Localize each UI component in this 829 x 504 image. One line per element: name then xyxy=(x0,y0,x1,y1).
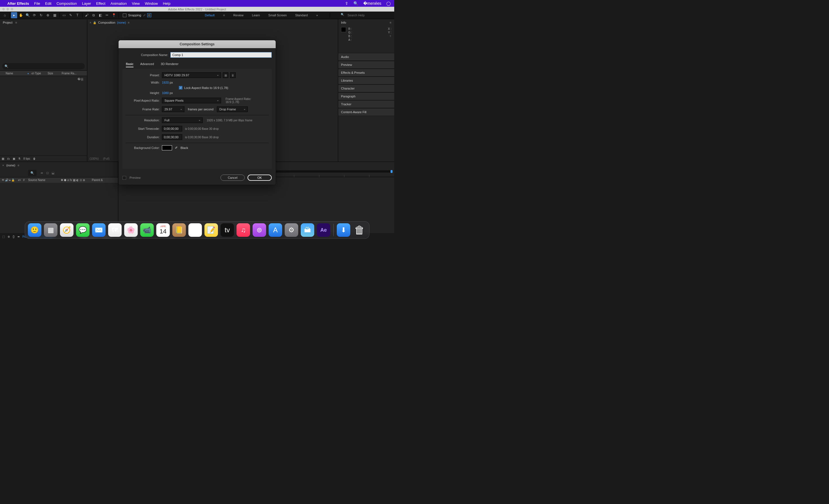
menu-edit[interactable]: Edit xyxy=(45,1,51,6)
paragraph-panel-header[interactable]: Paragraph xyxy=(338,92,394,100)
interpret-footage-icon[interactable]: ▦ xyxy=(2,157,4,160)
camera-tool[interactable]: ▦ xyxy=(51,12,58,18)
resolution-select[interactable]: Full xyxy=(162,117,203,123)
tab-basic[interactable]: Basic xyxy=(126,62,134,67)
close-tab-icon[interactable]: × xyxy=(89,21,91,24)
dock-tv[interactable]: tv xyxy=(220,223,234,237)
hand-tool[interactable]: ✋ xyxy=(18,12,24,18)
dock-notes[interactable]: 📝 xyxy=(205,223,218,237)
tl-opt2-icon[interactable]: ⊡ xyxy=(44,171,50,175)
dock-podcasts[interactable]: ⊚ xyxy=(253,223,266,237)
workspace-smallscreen[interactable]: Small Screen xyxy=(268,13,287,17)
dock-wallpaper[interactable]: 🏔 xyxy=(301,223,314,237)
selection-tool[interactable]: ▸ xyxy=(11,12,17,18)
viewer-menu-icon[interactable]: ≡ xyxy=(128,21,129,24)
app-name[interactable]: After Effects xyxy=(7,1,29,6)
col-label-icon[interactable]: 🏷 xyxy=(31,72,35,75)
eyedropper-icon[interactable]: ✐ xyxy=(175,146,178,150)
width-value[interactable]: 1920 xyxy=(162,81,169,84)
comp-name-input[interactable] xyxy=(170,52,272,58)
sort-arrow-icon[interactable]: ▲ xyxy=(27,72,29,75)
project-panel-title[interactable]: Project xyxy=(3,21,12,24)
preset-select[interactable]: HDTV 1080 29.97 xyxy=(162,72,221,78)
brush-tool[interactable]: 🖌 xyxy=(84,12,90,18)
tlf-icon4[interactable]: ⬌ xyxy=(17,235,20,238)
col-parent[interactable]: Parent & xyxy=(91,179,118,182)
dock-safari[interactable]: 🧭 xyxy=(60,223,73,237)
tab-3d-renderer[interactable]: 3D Renderer xyxy=(161,62,179,67)
fps-select[interactable]: 29.97 xyxy=(162,106,184,112)
roto-tool[interactable]: ✂ xyxy=(104,12,110,18)
content-aware-fill-panel-header[interactable]: Content-Aware Fill xyxy=(338,108,394,116)
label-column-icon[interactable]: 🏷 xyxy=(17,179,22,182)
tlf-icon3[interactable]: {} xyxy=(13,235,15,238)
viewer-comp-name[interactable]: (none) xyxy=(117,21,126,24)
rectangle-tool[interactable]: ▭ xyxy=(61,12,67,18)
dock-facetime[interactable]: 📹 xyxy=(140,223,154,237)
project-settings-icon[interactable]: ⚗ xyxy=(18,157,21,160)
tl-opt1-icon[interactable]: ⬌ xyxy=(39,171,44,175)
timeline-tab-name[interactable]: (none) xyxy=(6,164,15,167)
flowchart-icon[interactable]: �품 xyxy=(77,77,84,81)
clone-tool[interactable]: ⧉ xyxy=(91,12,97,18)
effects-presets-panel-header[interactable]: Effects & Presets xyxy=(338,69,394,77)
help-search-input[interactable] xyxy=(342,13,393,18)
project-search-input[interactable]: 🔍 xyxy=(2,63,85,69)
par-select[interactable]: Square Pixels xyxy=(162,98,221,103)
zoom-readout[interactable]: (100%) xyxy=(89,157,99,160)
workspace-review[interactable]: Review xyxy=(233,13,244,17)
preview-panel-header[interactable]: Preview xyxy=(338,61,394,69)
pen-tool[interactable]: ✎ xyxy=(68,12,74,18)
switches-column[interactable]: ✱⬢⧄fx▦◐⊙⊕ xyxy=(60,179,91,182)
menu-animation[interactable]: Animation xyxy=(110,1,127,6)
home-button[interactable]: ⌂ xyxy=(2,12,8,18)
type-tool[interactable]: T xyxy=(74,12,80,18)
col-framerate[interactable]: Frame Ra... xyxy=(62,72,79,75)
save-preset-icon[interactable]: ▦ xyxy=(223,72,228,78)
lock-aspect-checkbox[interactable]: ✓ xyxy=(179,86,182,89)
audio-panel-header[interactable]: Audio xyxy=(338,53,394,61)
menu-file[interactable]: File xyxy=(34,1,40,6)
lock-column-icon[interactable]: 🔒 xyxy=(11,179,15,182)
col-size[interactable]: Size xyxy=(47,72,62,75)
dock-appstore[interactable]: A xyxy=(268,223,282,237)
bpc-button[interactable]: 8 bpc xyxy=(23,157,30,160)
panel-menu-icon[interactable]: ≡ xyxy=(15,21,17,24)
workspace-standard[interactable]: Standard xyxy=(295,13,308,17)
col-number[interactable]: # xyxy=(22,179,27,182)
dock-mail[interactable]: ✉️ xyxy=(92,223,106,237)
menu-composition[interactable]: Composition xyxy=(57,1,77,6)
snap-option2-icon[interactable]: ⊡ xyxy=(147,13,151,17)
libraries-panel-header[interactable]: Libraries xyxy=(338,77,394,84)
bg-color-swatch[interactable] xyxy=(162,145,172,150)
dock-music[interactable]: ♫ xyxy=(237,223,250,237)
dock-contacts[interactable]: 📒 xyxy=(172,223,186,237)
tlf-icon2[interactable]: ⊕ xyxy=(8,235,10,238)
height-value[interactable]: 1080 xyxy=(162,91,169,95)
dock-reminders[interactable]: ☰ xyxy=(188,223,202,237)
delete-icon[interactable]: 🗑 xyxy=(33,157,36,160)
workspace-default[interactable]: Default xyxy=(205,13,215,17)
audio-column-icon[interactable]: 🔊 xyxy=(5,179,8,182)
start-tc-input[interactable]: 0;00;00;00 xyxy=(162,126,182,132)
preview-checkbox[interactable] xyxy=(122,176,126,180)
eye-column-icon[interactable]: 👁 xyxy=(2,179,4,182)
menu-effect[interactable]: Effect xyxy=(96,1,105,6)
solo-column-icon[interactable]: ● xyxy=(9,179,11,182)
tab-advanced[interactable]: Advanced xyxy=(140,62,154,67)
anchor-tool[interactable]: ⊕ xyxy=(45,12,51,18)
dock-trash[interactable]: 🗑 xyxy=(353,223,366,237)
dock-launchpad[interactable]: ▦ xyxy=(44,223,58,237)
panel-menu-icon[interactable]: ≡ xyxy=(390,21,391,24)
menu-help[interactable]: Help xyxy=(163,1,170,6)
tracker-panel-header[interactable]: Tracker xyxy=(338,100,394,108)
menu-window[interactable]: Window xyxy=(145,1,158,6)
delete-preset-icon[interactable]: 🗑 xyxy=(230,72,236,78)
close-tab-icon[interactable]: × xyxy=(2,164,4,167)
dock-photos[interactable]: 🌸 xyxy=(124,223,138,237)
spotlight-icon[interactable]: 🔍 xyxy=(353,1,358,6)
lock-icon[interactable]: 🔒 xyxy=(93,21,96,24)
res-readout[interactable]: (Full) xyxy=(103,157,110,160)
share-icon[interactable]: ⇪ xyxy=(345,1,348,6)
puppet-tool[interactable]: 📍 xyxy=(111,12,117,18)
